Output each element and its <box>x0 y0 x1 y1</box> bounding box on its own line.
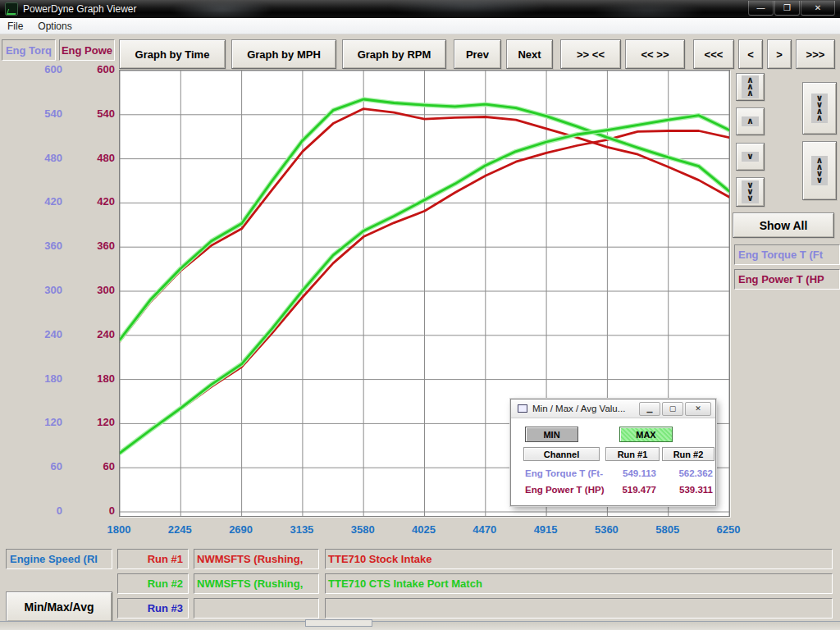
show-all-button[interactable]: Show All <box>733 212 834 238</box>
y-tick-torque-540: 540 <box>15 107 62 121</box>
graph-by-rpm-button[interactable]: Graph by RPM <box>342 39 446 69</box>
y-tick-torque-0: 0 <box>15 504 62 518</box>
run1-comment-field[interactable]: NWMSFTS (Rushing, <box>194 549 319 569</box>
torque-run2-max: 562.362 <box>662 468 713 478</box>
y-tick-power-0: 0 <box>69 504 115 518</box>
run3-description-field[interactable] <box>325 598 833 619</box>
scroll-far-left-button[interactable]: <<< <box>693 39 734 69</box>
x-tick-2690: 2690 <box>211 523 272 536</box>
y-tick-power-600: 600 <box>69 63 115 76</box>
compress-vertical-button[interactable]: ∨∨∧∧ <box>802 82 837 135</box>
torque-channel-label: Eng Torque T (Ft <box>734 244 840 265</box>
graph-by-time-button[interactable]: Graph by Time <box>119 39 226 69</box>
y-tick-torque-360: 360 <box>15 240 62 253</box>
y-tick-power-300: 300 <box>69 284 115 297</box>
y-tick-power-480: 480 <box>69 152 115 165</box>
y-tick-power-240: 240 <box>69 328 115 341</box>
taskbar-peek-tab <box>305 619 372 627</box>
minmax-dialog-titlebar[interactable]: Min / Max / Avg Valu... ▁ ▢ ✕ <box>511 399 715 418</box>
max-toggle-button[interactable]: MAX <box>619 427 673 442</box>
run2-description-field[interactable]: TTE710 CTS Intake Port Match <box>325 573 833 594</box>
run2-comment-field[interactable]: NWMSFTS (Rushing, <box>194 573 319 594</box>
title-bar: PowerDyne Graph Viewer — ❐ ✕ <box>0 0 840 18</box>
expand-vertical-button[interactable]: ∧∧∨∨ <box>802 141 837 200</box>
min-toggle-button[interactable]: MIN <box>525 427 578 442</box>
x-axis-channel-label: Engine Speed (RI <box>6 549 112 569</box>
prev-button[interactable]: Prev <box>454 39 501 69</box>
y-tick-torque-120: 120 <box>15 416 62 429</box>
scroll-left-button[interactable]: < <box>738 39 763 69</box>
titlebar-glass-reflection <box>123 0 746 18</box>
dialog-close-button[interactable]: ✕ <box>685 402 711 416</box>
status-bar <box>0 621 840 630</box>
x-tick-6250: 6250 <box>698 523 759 536</box>
y-tick-power-540: 540 <box>69 107 115 121</box>
y-tick-power-60: 60 <box>69 460 115 473</box>
run1-column-header[interactable]: Run #1 <box>605 447 660 461</box>
run1-label: Run #1 <box>117 549 189 569</box>
minmax-dialog: Min / Max / Avg Valu... ▁ ▢ ✕ MIN MAX Ch… <box>510 399 716 506</box>
y-tick-power-120: 120 <box>69 416 115 429</box>
menu-bar: File Options <box>0 18 840 34</box>
maximize-button[interactable]: ❐ <box>774 1 800 16</box>
dialog-title: Min / Max / Avg Valu... <box>532 404 637 413</box>
x-tick-3580: 3580 <box>332 523 393 536</box>
run2-column-header[interactable]: Run #2 <box>662 447 714 461</box>
powerdyne-window: PowerDyne Graph Viewer — ❐ ✕ File Option… <box>0 0 840 630</box>
x-tick-4915: 4915 <box>515 523 576 536</box>
y-tick-power-420: 420 <box>69 195 115 208</box>
minmax-avg-button[interactable]: Min/Max/Avg <box>6 591 112 622</box>
y-tick-torque-600: 600 <box>15 63 62 76</box>
x-tick-4470: 4470 <box>454 523 515 536</box>
x-tick-4025: 4025 <box>394 523 454 536</box>
scale-up-button[interactable]: ∧ <box>736 107 765 135</box>
scroll-right-button[interactable]: > <box>767 39 792 69</box>
close-button[interactable]: ✕ <box>801 1 835 16</box>
x-tick-5360: 5360 <box>576 523 637 536</box>
x-tick-2245: 2245 <box>149 523 210 536</box>
scale-down-fast-button[interactable]: ∨∨∨ <box>736 177 765 207</box>
scroll-far-right-button[interactable]: >>> <box>796 39 835 69</box>
torque-channel-tab[interactable]: Eng Torq <box>2 39 56 61</box>
y-tick-torque-300: 300 <box>15 284 62 297</box>
y-tick-torque-180: 180 <box>15 372 62 386</box>
power-channel-label: Eng Power T (HP <box>734 269 840 290</box>
y-tick-torque-60: 60 <box>15 460 62 473</box>
y-tick-torque-240: 240 <box>15 328 62 341</box>
x-tick-1800: 1800 <box>89 523 149 536</box>
run2-label: Run #2 <box>117 573 189 594</box>
app-icon <box>5 2 18 16</box>
x-tick-5805: 5805 <box>637 523 698 536</box>
x-tick-3135: 3135 <box>272 523 332 536</box>
power-run2-max: 539.311 <box>662 485 713 495</box>
menu-options[interactable]: Options <box>30 19 79 34</box>
scale-up-fast-button[interactable]: ∧∧∧ <box>736 73 765 101</box>
window-title: PowerDyne Graph Viewer <box>23 3 137 15</box>
y-tick-torque-420: 420 <box>15 195 62 208</box>
power-row-channel: Eng Power T (HP) <box>525 485 604 495</box>
dialog-minimize-button[interactable]: ▁ <box>639 402 660 416</box>
power-channel-tab[interactable]: Eng Powe <box>59 39 115 61</box>
dialog-icon <box>518 404 527 413</box>
minimize-button[interactable]: — <box>748 1 774 16</box>
torque-run1-max: 549.113 <box>605 468 656 478</box>
run1-description-field[interactable]: TTE710 Stock Intake <box>325 549 833 569</box>
scale-down-button[interactable]: ∨ <box>736 143 765 171</box>
menu-file[interactable]: File <box>0 19 30 34</box>
zoom-out-button[interactable]: << >> <box>625 39 685 69</box>
next-button[interactable]: Next <box>506 39 553 69</box>
channel-column-header[interactable]: Channel <box>523 447 600 461</box>
run3-label: Run #3 <box>117 598 189 619</box>
graph-by-mph-button[interactable]: Graph by MPH <box>231 39 336 69</box>
power-run1-max: 519.477 <box>605 485 656 495</box>
dialog-restore-button[interactable]: ▢ <box>662 402 683 416</box>
y-tick-torque-480: 480 <box>15 152 62 165</box>
y-tick-power-360: 360 <box>69 240 115 253</box>
zoom-in-button[interactable]: >> << <box>560 39 621 69</box>
run3-comment-field[interactable] <box>194 598 319 619</box>
torque-row-channel: Eng Torque T (Ft- <box>525 468 603 478</box>
y-tick-power-180: 180 <box>69 372 115 386</box>
